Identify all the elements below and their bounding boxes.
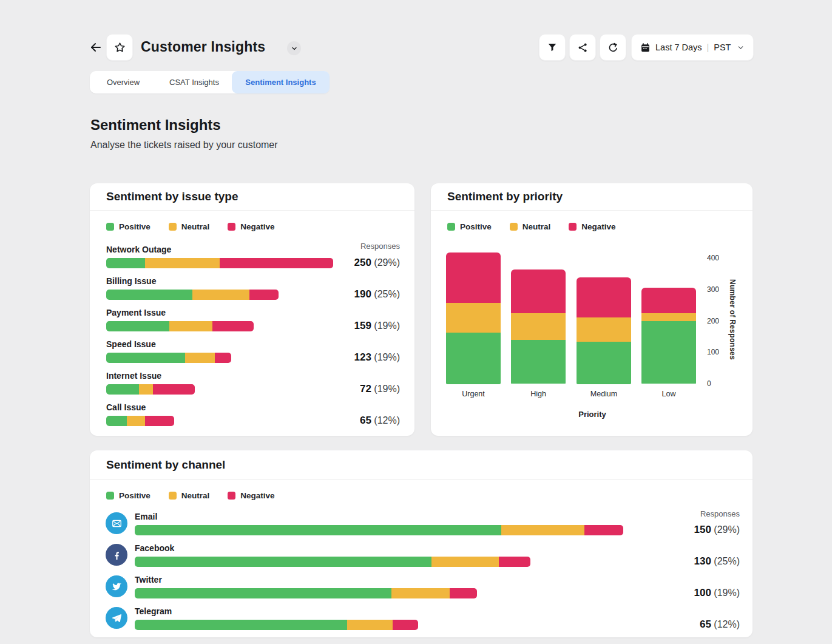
issue-row: Payment Issue159 (19%) — [106, 307, 400, 339]
segment-positive — [106, 258, 145, 268]
priority-bars — [446, 251, 697, 384]
responses-value: 72 (19%) — [360, 383, 400, 395]
legend-label: Positive — [119, 222, 151, 231]
legend-swatch-positive — [106, 492, 114, 500]
calendar-icon — [640, 42, 651, 53]
segment-neutral — [185, 353, 215, 363]
tab-overview[interactable]: Overview — [90, 71, 157, 93]
row-label: Internet Issue — [106, 370, 400, 382]
channel-row: Telegram65 (12%) — [106, 606, 740, 637]
star-icon — [113, 41, 126, 54]
export-button[interactable] — [600, 34, 626, 61]
issue-row: Call Issue65 (12%) — [106, 402, 400, 433]
sentiment-by-channel-card: Sentiment by channel PositiveNeutralNega… — [90, 450, 753, 637]
legend: PositiveNeutralNegative — [106, 490, 753, 500]
segment-positive — [577, 342, 631, 384]
responses-value: 123 (19%) — [354, 351, 401, 364]
legend-label: Positive — [460, 222, 492, 231]
y-tick-label: 400 — [707, 254, 719, 262]
issue-row: Internet Issue72 (19%) — [106, 370, 400, 402]
segment-positive — [641, 321, 696, 384]
segment-positive — [135, 620, 347, 630]
share-button[interactable] — [569, 34, 596, 61]
responses-value: 190 (25%) — [354, 288, 401, 300]
segment-negative — [393, 620, 418, 630]
segment-positive — [106, 384, 139, 395]
segment-negative — [249, 290, 279, 300]
favorite-button[interactable] — [106, 34, 133, 61]
title-menu-button[interactable] — [287, 41, 301, 55]
y-tick-label: 300 — [707, 285, 719, 294]
sentiment-by-issue-type-card: Sentiment by issue type PositiveNeutralN… — [90, 183, 414, 436]
legend-swatch-positive — [106, 223, 114, 231]
legend-item-neutral: Neutral — [510, 222, 551, 231]
segment-negative — [220, 258, 333, 268]
tab-sentiment-insights[interactable]: Sentiment Insights — [232, 71, 330, 93]
segment-neutral — [169, 321, 212, 331]
segment-negative — [153, 384, 195, 395]
legend-label: Neutral — [523, 222, 551, 231]
segment-neutral — [127, 416, 145, 426]
segment-neutral — [192, 290, 249, 300]
stacked-bar — [135, 620, 418, 630]
channel-row-body: Twitter — [135, 574, 740, 598]
date-range-selector[interactable]: Last 7 Days | PST — [631, 34, 754, 61]
legend-swatch-negative — [569, 223, 577, 231]
card-title: Sentiment by issue type — [90, 183, 414, 211]
tab-bar: Overview CSAT Insights Sentiment Insight… — [90, 71, 330, 93]
row-label: Email — [135, 511, 740, 523]
facebook-icon — [106, 544, 127, 566]
back-button[interactable] — [89, 40, 103, 55]
responses-value: 130 (25%) — [694, 555, 740, 568]
row-label: Telegram — [135, 606, 740, 617]
segment-negative — [641, 288, 696, 313]
segment-neutral — [145, 258, 220, 268]
stacked-bar — [106, 353, 231, 363]
legend-item-negative: Negative — [228, 222, 274, 231]
segment-negative — [577, 277, 631, 317]
segment-positive — [106, 290, 192, 300]
stacked-bar — [106, 384, 195, 395]
segment-positive — [106, 416, 127, 426]
card-title: Sentiment by channel — [90, 450, 753, 480]
y-tick-label: 200 — [707, 317, 719, 325]
segment-neutral — [139, 384, 153, 395]
card-title: Sentiment by priority — [431, 183, 753, 211]
date-range-label: Last 7 Days — [655, 42, 702, 52]
segment-positive — [135, 525, 501, 535]
priority-bar-urgent — [446, 253, 501, 384]
legend-label: Negative — [240, 491, 274, 500]
responses-value: 100 (19%) — [694, 587, 740, 599]
segment-negative — [145, 416, 174, 426]
channel-row-body: Facebook — [135, 543, 740, 567]
timezone-label: PST — [714, 42, 731, 52]
segment-negative — [499, 557, 530, 567]
row-label: Twitter — [135, 574, 740, 586]
x-tick-label: Urgent — [462, 390, 485, 398]
priority-bar-medium — [577, 277, 631, 384]
stacked-bar — [106, 290, 279, 300]
tab-csat-insights[interactable]: CSAT Insights — [157, 71, 232, 93]
channel-row-body: Email — [135, 511, 740, 535]
segment-neutral — [577, 317, 631, 342]
export-icon — [607, 42, 619, 53]
segment-neutral — [641, 313, 696, 321]
x-tick-label: Medium — [590, 390, 617, 398]
issue-row: Network Outage250 (29%) — [106, 244, 400, 276]
stacked-bar — [106, 416, 174, 426]
x-tick-label: Low — [662, 390, 676, 398]
segment-negative — [446, 253, 501, 303]
segment-neutral — [391, 588, 450, 598]
segment-negative — [215, 353, 231, 363]
telegram-icon — [106, 607, 127, 629]
segment-positive — [135, 588, 391, 598]
responses-value: 250 (29%) — [354, 257, 401, 269]
legend-item-positive: Positive — [106, 491, 151, 500]
channel-rows: Email150 (29%)Facebook130 (25%)Twitter10… — [106, 511, 740, 637]
channel-row-body: Telegram — [135, 606, 740, 630]
segment-positive — [106, 353, 185, 363]
section-heading: Sentiment Insights — [90, 117, 221, 134]
segment-negative — [511, 269, 566, 313]
chevron-down-icon — [291, 45, 298, 52]
filter-button[interactable] — [539, 34, 566, 61]
